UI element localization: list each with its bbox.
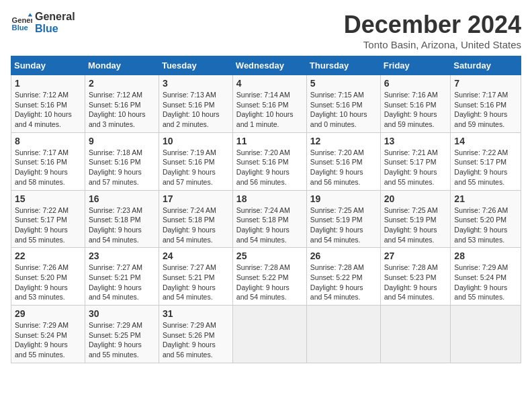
day-cell: 19Sunrise: 7:25 AM Sunset: 5:19 PM Dayli… [306, 190, 380, 248]
day-cell: 25Sunrise: 7:28 AM Sunset: 5:22 PM Dayli… [232, 248, 306, 306]
day-cell: 9Sunrise: 7:18 AM Sunset: 5:16 PM Daylig… [85, 132, 159, 190]
day-number: 25 [236, 250, 303, 261]
day-info: Sunrise: 7:28 AM Sunset: 5:23 PM Dayligh… [384, 263, 447, 302]
title-area: December 2024 Tonto Basin, Arizona, Unit… [344, 11, 521, 50]
day-number: 10 [163, 136, 229, 146]
day-cell [306, 306, 380, 363]
week-row-5: 29Sunrise: 7:29 AM Sunset: 5:24 PM Dayli… [11, 306, 521, 363]
day-cell: 1Sunrise: 7:12 AM Sunset: 5:16 PM Daylig… [11, 75, 85, 133]
day-cell: 26Sunrise: 7:28 AM Sunset: 5:22 PM Dayli… [306, 248, 380, 306]
day-cell: 15Sunrise: 7:22 AM Sunset: 5:17 PM Dayli… [11, 190, 85, 248]
day-cell: 11Sunrise: 7:20 AM Sunset: 5:16 PM Dayli… [232, 132, 306, 190]
svg-marker-2 [28, 13, 32, 17]
day-info: Sunrise: 7:20 AM Sunset: 5:16 PM Dayligh… [310, 148, 377, 187]
header-monday: Monday [85, 56, 159, 75]
header-saturday: Saturday [451, 56, 521, 75]
day-cell: 23Sunrise: 7:27 AM Sunset: 5:21 PM Dayli… [85, 248, 159, 306]
day-number: 26 [310, 250, 377, 261]
week-row-3: 15Sunrise: 7:22 AM Sunset: 5:17 PM Dayli… [11, 190, 521, 248]
day-info: Sunrise: 7:12 AM Sunset: 5:16 PM Dayligh… [89, 90, 155, 130]
day-info: Sunrise: 7:28 AM Sunset: 5:22 PM Dayligh… [236, 263, 303, 302]
day-number: 16 [89, 193, 155, 204]
day-info: Sunrise: 7:19 AM Sunset: 5:16 PM Dayligh… [163, 148, 229, 187]
day-info: Sunrise: 7:18 AM Sunset: 5:16 PM Dayligh… [89, 148, 155, 187]
week-row-4: 22Sunrise: 7:26 AM Sunset: 5:20 PM Dayli… [11, 248, 521, 306]
day-number: 18 [236, 193, 303, 204]
day-info: Sunrise: 7:17 AM Sunset: 5:16 PM Dayligh… [454, 90, 517, 130]
day-number: 23 [89, 250, 155, 261]
day-number: 13 [384, 136, 447, 146]
day-info: Sunrise: 7:24 AM Sunset: 5:18 PM Dayligh… [236, 205, 303, 245]
day-info: Sunrise: 7:21 AM Sunset: 5:17 PM Dayligh… [384, 148, 447, 187]
day-info: Sunrise: 7:27 AM Sunset: 5:21 PM Dayligh… [89, 263, 155, 302]
logo-blue: Blue [35, 23, 75, 35]
day-info: Sunrise: 7:29 AM Sunset: 5:24 PM Dayligh… [454, 263, 517, 302]
day-cell: 16Sunrise: 7:23 AM Sunset: 5:18 PM Dayli… [85, 190, 159, 248]
day-number: 8 [15, 136, 81, 146]
day-number: 14 [454, 136, 517, 146]
svg-text:General: General [12, 16, 32, 24]
day-number: 27 [384, 250, 447, 261]
day-info: Sunrise: 7:17 AM Sunset: 5:16 PM Dayligh… [15, 148, 81, 187]
day-number: 6 [384, 78, 447, 89]
day-info: Sunrise: 7:29 AM Sunset: 5:26 PM Dayligh… [163, 320, 229, 360]
day-number: 17 [163, 193, 229, 204]
day-info: Sunrise: 7:27 AM Sunset: 5:21 PM Dayligh… [163, 263, 229, 302]
day-info: Sunrise: 7:12 AM Sunset: 5:16 PM Dayligh… [15, 90, 81, 130]
day-info: Sunrise: 7:28 AM Sunset: 5:22 PM Dayligh… [310, 263, 377, 302]
day-number: 31 [163, 308, 229, 319]
day-cell: 30Sunrise: 7:29 AM Sunset: 5:25 PM Dayli… [85, 306, 159, 363]
day-info: Sunrise: 7:24 AM Sunset: 5:18 PM Dayligh… [163, 205, 229, 245]
day-cell [451, 306, 521, 363]
day-cell: 6Sunrise: 7:16 AM Sunset: 5:16 PM Daylig… [380, 75, 451, 133]
day-cell: 3Sunrise: 7:13 AM Sunset: 5:16 PM Daylig… [159, 75, 232, 133]
day-cell: 24Sunrise: 7:27 AM Sunset: 5:21 PM Dayli… [159, 248, 232, 306]
day-number: 30 [89, 308, 155, 319]
day-number: 2 [89, 78, 155, 89]
day-number: 28 [454, 250, 517, 261]
day-cell: 5Sunrise: 7:15 AM Sunset: 5:16 PM Daylig… [306, 75, 380, 133]
day-info: Sunrise: 7:23 AM Sunset: 5:18 PM Dayligh… [89, 205, 155, 245]
day-cell: 14Sunrise: 7:22 AM Sunset: 5:17 PM Dayli… [451, 132, 521, 190]
day-cell: 10Sunrise: 7:19 AM Sunset: 5:16 PM Dayli… [159, 132, 232, 190]
svg-text:Blue: Blue [12, 24, 28, 32]
day-cell: 12Sunrise: 7:20 AM Sunset: 5:16 PM Dayli… [306, 132, 380, 190]
day-number: 22 [15, 250, 81, 261]
day-number: 15 [15, 193, 81, 204]
day-info: Sunrise: 7:26 AM Sunset: 5:20 PM Dayligh… [454, 205, 517, 245]
day-number: 21 [454, 193, 517, 204]
month-title: December 2024 [344, 11, 521, 39]
day-number: 4 [236, 78, 303, 89]
day-cell: 4Sunrise: 7:14 AM Sunset: 5:16 PM Daylig… [232, 75, 306, 133]
day-info: Sunrise: 7:25 AM Sunset: 5:19 PM Dayligh… [310, 205, 377, 245]
day-number: 12 [310, 136, 377, 146]
day-number: 5 [310, 78, 377, 89]
day-info: Sunrise: 7:14 AM Sunset: 5:16 PM Dayligh… [236, 90, 303, 130]
header-friday: Friday [380, 56, 451, 75]
day-number: 24 [163, 250, 229, 261]
day-info: Sunrise: 7:29 AM Sunset: 5:24 PM Dayligh… [15, 320, 81, 360]
header-wednesday: Wednesday [232, 56, 306, 75]
day-cell [232, 306, 306, 363]
calendar-table: SundayMondayTuesdayWednesdayThursdayFrid… [11, 56, 521, 363]
logo-general: General [35, 11, 75, 23]
day-cell [380, 306, 451, 363]
day-cell: 20Sunrise: 7:25 AM Sunset: 5:19 PM Dayli… [380, 190, 451, 248]
day-cell: 7Sunrise: 7:17 AM Sunset: 5:16 PM Daylig… [451, 75, 521, 133]
day-info: Sunrise: 7:20 AM Sunset: 5:16 PM Dayligh… [236, 148, 303, 187]
day-cell: 2Sunrise: 7:12 AM Sunset: 5:16 PM Daylig… [85, 75, 159, 133]
day-number: 3 [163, 78, 229, 89]
day-number: 11 [236, 136, 303, 146]
day-cell: 8Sunrise: 7:17 AM Sunset: 5:16 PM Daylig… [11, 132, 85, 190]
location-title: Tonto Basin, Arizona, United States [344, 39, 521, 50]
header-sunday: Sunday [11, 56, 85, 75]
day-info: Sunrise: 7:22 AM Sunset: 5:17 PM Dayligh… [454, 148, 517, 187]
day-info: Sunrise: 7:13 AM Sunset: 5:16 PM Dayligh… [163, 90, 229, 130]
day-cell: 29Sunrise: 7:29 AM Sunset: 5:24 PM Dayli… [11, 306, 85, 363]
day-cell: 13Sunrise: 7:21 AM Sunset: 5:17 PM Dayli… [380, 132, 451, 190]
day-number: 7 [454, 78, 517, 89]
header-tuesday: Tuesday [159, 56, 232, 75]
logo: General Blue General Blue [11, 11, 75, 35]
day-info: Sunrise: 7:29 AM Sunset: 5:25 PM Dayligh… [89, 320, 155, 360]
day-info: Sunrise: 7:16 AM Sunset: 5:16 PM Dayligh… [384, 90, 447, 130]
